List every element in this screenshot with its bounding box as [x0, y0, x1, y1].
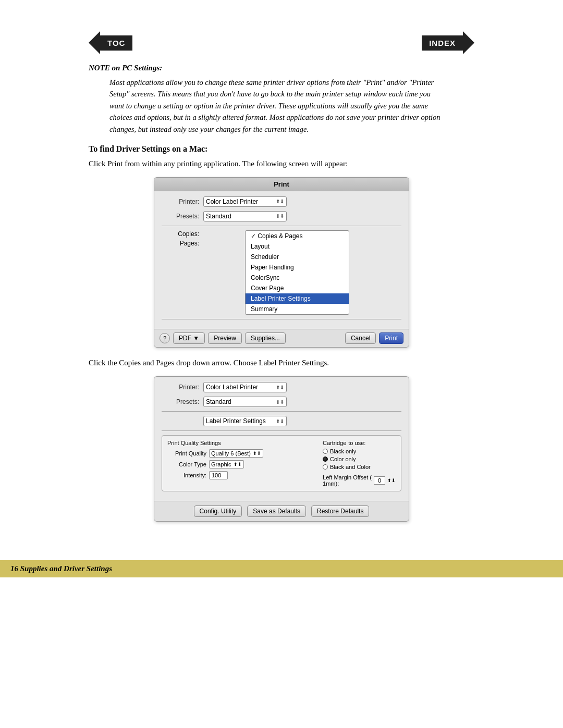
- print-dialog-1: Print Printer: Color Label Printer ⬆⬇ Pr…: [154, 177, 409, 348]
- dropdown-item-cover-page[interactable]: Cover Page: [246, 283, 349, 293]
- pq-colortype-arrow-icon: ⬆⬇: [234, 462, 242, 467]
- pdf-button[interactable]: PDF ▼: [173, 332, 205, 344]
- print-dialog-2: Printer: Color Label Printer ⬆⬇ Presets:…: [154, 376, 409, 522]
- pq-quality-row: Print Quality Quality 6 (Best) ⬆⬇: [167, 449, 312, 458]
- note-body: Most applications allow you to change th…: [109, 77, 443, 135]
- margin-section: Left Margin Offset (1mm): 0 ⬆⬇: [323, 474, 396, 487]
- radio-group: Black only Color only Black and Color: [323, 448, 396, 470]
- presets-row: Presets: Standard ⬆⬇: [162, 211, 401, 221]
- dropdown-item-paper-handling[interactable]: Paper Handling: [246, 262, 349, 273]
- dialog-title-1: Print: [154, 178, 409, 191]
- printer-arrow-2-icon: ⬆⬇: [276, 385, 284, 390]
- presets-select[interactable]: Standard ⬆⬇: [203, 211, 287, 221]
- dropdown-item-label-printer-settings[interactable]: Label Printer Settings: [246, 293, 349, 304]
- cancel-button[interactable]: Cancel: [345, 332, 376, 344]
- intensity-row: Intensity: 100: [167, 471, 312, 479]
- pq-section-label: Print Quality Settings: [167, 440, 312, 446]
- pq-left-panel: Print Quality Settings Print Quality Qua…: [167, 440, 312, 479]
- radio-both-label: Black and Color: [330, 464, 371, 470]
- pq-quality-arrow-icon: ⬆⬇: [253, 451, 261, 456]
- presets-arrow-2-icon: ⬆⬇: [276, 399, 284, 405]
- config-utility-button[interactable]: Config. Utility: [194, 505, 242, 517]
- copies-label: Copies:: [162, 230, 199, 238]
- printer-value: Color Label Printer: [206, 198, 258, 205]
- radio-black-and-color[interactable]: Black and Color: [323, 464, 396, 470]
- cartridge-label: Cartridge: [323, 440, 346, 446]
- pq-quality-select[interactable]: Quality 6 (Best) ⬆⬇: [209, 449, 263, 458]
- pq-colortype-label: Color Type: [167, 461, 206, 467]
- printer-arrow-icon: ⬆⬇: [276, 199, 284, 204]
- dropdown-item-copies-pages[interactable]: Copies & Pages: [246, 231, 349, 241]
- printer-row-2: Printer: Color Label Printer ⬆⬇: [162, 382, 401, 392]
- pq-colortype-row: Color Type Graphic ⬆⬇: [167, 460, 312, 468]
- presets-label-2: Presets:: [162, 398, 199, 405]
- section-intro: Click Print from within any printing app…: [89, 158, 348, 170]
- printer-value-2: Color Label Printer: [206, 384, 258, 391]
- dropdown-item-colorsync[interactable]: ColorSync: [246, 273, 349, 283]
- toc-button[interactable]: TOC: [89, 31, 132, 54]
- intensity-label: Intensity:: [167, 472, 206, 478]
- pq-quality-label: Print Quality: [167, 450, 206, 456]
- printer-label: Printer:: [162, 198, 199, 205]
- index-arrow-right-icon: [463, 31, 474, 54]
- margin-arrow-icon: ⬆⬇: [387, 478, 396, 483]
- lps-row: Label Printer Settings ⬆⬇: [162, 416, 401, 426]
- touse-label: to use:: [348, 440, 365, 446]
- cartridge-header: Cartridge to use:: [323, 440, 396, 446]
- intensity-spinner[interactable]: 100: [209, 471, 228, 479]
- margin-value[interactable]: 0: [374, 476, 385, 485]
- margin-label: Left Margin Offset (1mm):: [323, 474, 372, 487]
- pages-label: Pages:: [162, 240, 199, 247]
- between-dialogs-text: Click the Copies and Pages drop down arr…: [89, 357, 329, 369]
- restore-defaults-button[interactable]: Restore Defaults: [311, 505, 369, 517]
- intensity-value: 100: [212, 472, 221, 478]
- presets-value: Standard: [206, 213, 231, 220]
- presets-value-2: Standard: [206, 398, 231, 405]
- presets-arrow-icon: ⬆⬇: [276, 213, 284, 219]
- dropdown-item-summary[interactable]: Summary: [246, 304, 349, 314]
- page-footer: 16 Supplies and Driver Settings: [0, 560, 563, 577]
- footer-text: 16 Supplies and Driver Settings: [10, 564, 112, 573]
- copies-pages-area: Copies: Pages: Copies & Pages Layout Sch…: [162, 230, 401, 315]
- radio-color-only[interactable]: Color only: [323, 456, 396, 462]
- radio-black-icon: [323, 449, 328, 454]
- lps-arrow-icon: ⬆⬇: [276, 418, 284, 424]
- dropdown-menu[interactable]: Copies & Pages Layout Scheduler Paper Ha…: [245, 230, 349, 315]
- dropdown-item-layout[interactable]: Layout: [246, 241, 349, 252]
- save-defaults-button[interactable]: Save as Defaults: [247, 505, 306, 517]
- print-quality-box: Print Quality Settings Print Quality Qua…: [162, 435, 401, 491]
- toc-label: TOC: [100, 35, 132, 51]
- toc-arrow-left-icon: [89, 31, 100, 54]
- radio-color-icon: [323, 456, 328, 462]
- dialog-footer-1: ? PDF ▼ Preview Supplies... Cancel Print: [154, 329, 409, 347]
- printer-select-2[interactable]: Color Label Printer ⬆⬇: [203, 382, 287, 392]
- presets-select-2[interactable]: Standard ⬆⬇: [203, 397, 287, 407]
- radio-both-icon: [323, 464, 328, 470]
- help-button[interactable]: ?: [160, 333, 170, 343]
- printer-row: Printer: Color Label Printer ⬆⬇: [162, 196, 401, 207]
- radio-black-only[interactable]: Black only: [323, 448, 396, 454]
- pq-colortype-value: Graphic: [211, 461, 231, 467]
- lps-select[interactable]: Label Printer Settings ⬆⬇: [203, 416, 287, 426]
- pq-right-panel: Cartridge to use: Black only Color only: [323, 440, 396, 487]
- dropdown-item-scheduler[interactable]: Scheduler: [246, 252, 349, 262]
- dialog-bottom-buttons: Config. Utility Save as Defaults Restore…: [154, 501, 409, 521]
- preview-button[interactable]: Preview: [208, 332, 242, 344]
- presets-label: Presets:: [162, 213, 199, 220]
- section-heading: To find Driver Settings on a Mac:: [89, 144, 207, 154]
- printer-label-2: Printer:: [162, 384, 199, 391]
- print-button[interactable]: Print: [379, 332, 403, 344]
- pq-colortype-select[interactable]: Graphic ⬆⬇: [209, 460, 244, 468]
- printer-select[interactable]: Color Label Printer ⬆⬇: [203, 196, 287, 207]
- index-label: INDEX: [422, 35, 463, 51]
- radio-black-label: Black only: [330, 448, 356, 454]
- lps-value: Label Printer Settings: [206, 417, 266, 425]
- note-heading: NOTE on PC Settings:: [89, 64, 162, 72]
- pq-quality-value: Quality 6 (Best): [211, 450, 251, 456]
- presets-row-2: Presets: Standard ⬆⬇: [162, 397, 401, 407]
- nav-bar: TOC INDEX: [89, 31, 474, 54]
- index-button[interactable]: INDEX: [422, 31, 474, 54]
- radio-color-label: Color only: [330, 456, 356, 462]
- supplies-button[interactable]: Supplies...: [245, 332, 286, 344]
